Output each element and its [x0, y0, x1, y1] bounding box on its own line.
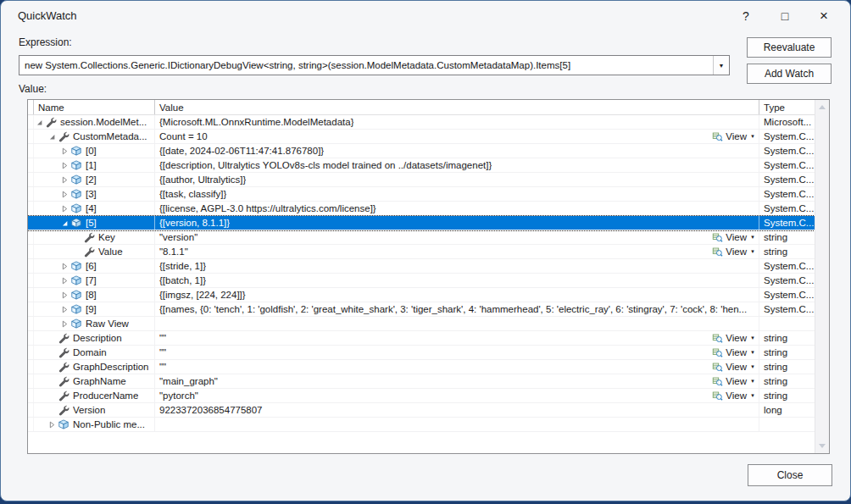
view-magnifier-icon — [712, 246, 723, 258]
table-row[interactable]: GraphDescription "" View ▼ string — [28, 360, 815, 374]
table-row[interactable]: [4] {[license, AGPL-3.0 https://ultralyt… — [28, 202, 815, 216]
expander-icon[interactable] — [59, 317, 70, 330]
row-name: [5] — [86, 218, 97, 228]
grid-main: Name Value Type session.ModelMet... {Mic… — [28, 100, 815, 453]
row-value: {[stride, 1]} — [159, 261, 206, 271]
column-header-name[interactable]: Name — [34, 100, 155, 114]
row-gutter — [28, 302, 34, 316]
view-dropdown[interactable]: View ▼ — [712, 246, 755, 258]
row-value: {[license, AGPL-3.0 https://ultralytics.… — [159, 203, 376, 213]
table-row[interactable]: [3] {[task, classify]} System.C... — [28, 187, 815, 202]
row-indent — [34, 280, 59, 281]
expander-icon[interactable] — [34, 115, 44, 129]
table-row[interactable]: ProducerName "pytorch" View ▼ string — [28, 389, 815, 403]
row-name: [9] — [86, 304, 97, 314]
row-value-cell: "main_graph" View ▼ — [155, 374, 759, 388]
table-row[interactable]: Version 9223372036854775807 long — [28, 403, 815, 418]
view-dropdown[interactable]: View ▼ — [712, 390, 755, 402]
table-row[interactable]: session.ModelMet... {Microsoft.ML.OnnxRu… — [28, 115, 815, 130]
row-gutter — [28, 259, 34, 273]
table-row[interactable]: Value "8.1.1" View ▼ string — [28, 245, 815, 259]
table-row[interactable]: Key "version" View ▼ string — [28, 230, 815, 245]
maximize-icon[interactable]: □ — [765, 1, 804, 31]
expander-icon[interactable] — [59, 259, 70, 273]
view-dropdown[interactable]: View ▼ — [712, 347, 755, 358]
combo-dropdown-icon[interactable]: ▼ — [713, 56, 729, 75]
column-header-type[interactable]: Type — [759, 100, 815, 114]
row-value: {[batch, 1]} — [159, 275, 206, 285]
scroll-up-icon[interactable] — [819, 105, 826, 109]
view-dropdown[interactable]: View ▼ — [712, 232, 755, 243]
expander-icon[interactable] — [59, 216, 70, 230]
keyvalue-box-icon — [70, 260, 83, 272]
title-bar[interactable]: QuickWatch ? □ × — [1, 1, 850, 31]
vertical-scrollbar[interactable] — [815, 100, 829, 453]
expander-icon[interactable] — [72, 245, 82, 258]
table-row[interactable]: Description "" View ▼ string — [28, 331, 815, 346]
row-value: Count = 10 — [159, 131, 208, 141]
row-type-cell: System.C... — [759, 302, 815, 316]
row-type: System.C... — [764, 160, 814, 170]
table-row[interactable]: [6] {[stride, 1]} System.C... — [28, 259, 815, 274]
row-value-cell: {[author, Ultralytics]} — [155, 173, 759, 186]
expander-icon[interactable] — [47, 331, 57, 345]
row-type-cell: string — [759, 346, 815, 359]
row-type-cell — [759, 418, 815, 431]
expander-icon[interactable] — [47, 130, 57, 143]
row-value-cell: "version" View ▼ — [155, 230, 759, 244]
expander-icon[interactable] — [59, 302, 70, 316]
expander-icon[interactable] — [72, 230, 82, 244]
expander-icon[interactable] — [59, 144, 70, 158]
row-name: [7] — [86, 275, 97, 285]
table-row[interactable]: [0] {[date, 2024-02-06T11:47:41.876780]}… — [28, 144, 815, 158]
table-row[interactable]: Non-Public me... — [28, 418, 815, 432]
close-icon[interactable]: × — [804, 1, 843, 31]
table-row[interactable]: GraphName "main_graph" View ▼ string — [28, 374, 815, 389]
value-label: Value: — [19, 83, 47, 95]
row-value: {[description, Ultralytics YOLOv8s-cls m… — [159, 160, 492, 170]
view-dropdown[interactable]: View ▼ — [712, 131, 755, 142]
expression-combobox[interactable]: new System.Collections.Generic.IDictiona… — [19, 55, 730, 75]
row-name-cell: [5] — [28, 216, 155, 230]
table-row[interactable]: [5] {[version, 8.1.1]} System.C... — [28, 216, 815, 230]
table-row[interactable]: Raw View — [28, 317, 815, 331]
table-row[interactable]: [2] {[author, Ultralytics]} System.C... — [28, 173, 815, 187]
row-name-cell: ProducerName — [28, 389, 155, 402]
add-watch-button[interactable]: Add Watch — [747, 64, 832, 84]
view-dropdown[interactable]: View ▼ — [712, 333, 755, 344]
row-indent — [34, 367, 47, 368]
expander-icon[interactable] — [47, 360, 57, 374]
expander-icon[interactable] — [59, 158, 70, 172]
row-name: [3] — [86, 189, 97, 199]
table-row[interactable]: [7] {[batch, 1]} System.C... — [28, 274, 815, 288]
expander-icon[interactable] — [59, 202, 70, 215]
table-row[interactable]: [9] {[names, {0: 'tench', 1: 'goldfish',… — [28, 302, 815, 317]
row-indent — [34, 151, 59, 152]
expander-icon[interactable] — [59, 173, 70, 186]
column-header-value[interactable]: Value — [155, 100, 759, 114]
scroll-down-icon[interactable] — [819, 444, 826, 448]
expander-icon[interactable] — [59, 274, 70, 287]
help-icon[interactable]: ? — [726, 1, 765, 31]
view-dropdown[interactable]: View ▼ — [712, 362, 755, 373]
reevaluate-button[interactable]: Reevaluate — [747, 37, 832, 58]
expander-icon[interactable] — [47, 374, 57, 388]
table-row[interactable]: [8] {[imgsz, [224, 224]]} System.C... — [28, 288, 815, 302]
view-dropdown[interactable]: View ▼ — [712, 376, 755, 387]
view-label: View — [726, 232, 747, 242]
expander-icon[interactable] — [59, 187, 70, 201]
expander-icon[interactable] — [47, 389, 57, 402]
expander-icon[interactable] — [47, 346, 57, 359]
table-row[interactable]: [1] {[description, Ultralytics YOLOv8s-c… — [28, 158, 815, 173]
expander-icon[interactable] — [59, 288, 70, 302]
close-button[interactable]: Close — [748, 464, 832, 486]
expander-icon[interactable] — [47, 418, 57, 431]
row-indent — [34, 136, 47, 137]
expression-value[interactable]: new System.Collections.Generic.IDictiona… — [19, 56, 713, 75]
keyvalue-box-icon — [70, 289, 83, 301]
row-name: [0] — [86, 146, 97, 156]
expander-icon[interactable] — [47, 403, 57, 417]
table-row[interactable]: CustomMetada... Count = 10 View ▼ System… — [28, 130, 815, 144]
row-type-cell: System.C... — [759, 130, 815, 143]
table-row[interactable]: Domain "" View ▼ string — [28, 346, 815, 360]
